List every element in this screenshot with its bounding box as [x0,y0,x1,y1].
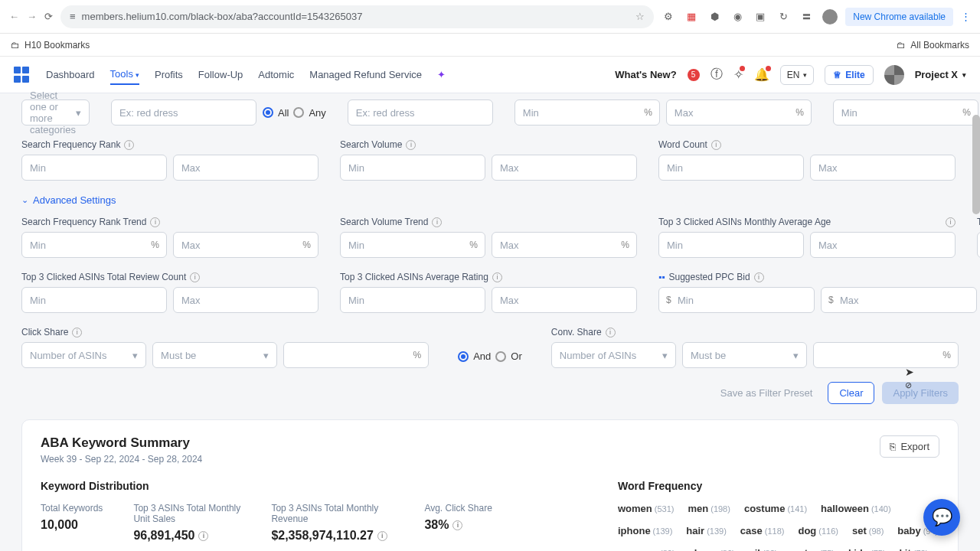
nav-profits[interactable]: Profits [155,65,183,84]
bookmark-folder[interactable]: 🗀 H10 Bookmarks [11,40,90,51]
t3ar-max[interactable] [492,287,637,313]
word-freq-item[interactable]: shoes(86) [689,547,735,551]
word-freq-item[interactable]: men(198) [688,503,730,514]
scrollbar[interactable] [972,115,980,214]
chrome-update[interactable]: New Chrome available [845,8,953,26]
wc-max[interactable] [810,155,956,181]
phrase-input[interactable] [111,99,256,126]
ext-icon[interactable]: ▦ [684,10,698,24]
t3age-min[interactable] [658,232,804,258]
chat-fab[interactable]: 💬 [923,499,960,536]
nav-refund[interactable]: Managed Refund Service [309,65,422,84]
save-preset-link[interactable]: Save as Filter Preset [713,382,821,404]
min-input[interactable] [833,99,978,126]
info-icon[interactable]: i [432,217,442,227]
avatar[interactable] [884,65,904,85]
ext-icon[interactable]: ▣ [753,10,767,24]
sfr-min[interactable] [21,155,167,181]
bookmark-star-icon[interactable]: ☆ [635,11,645,22]
info-icon[interactable]: i [124,140,134,150]
whats-new[interactable]: What's New? [615,69,676,80]
info-icon[interactable]: i [190,272,200,282]
advanced-settings-toggle[interactable]: ⌄Advanced Settings [21,194,959,206]
radio-or[interactable] [495,351,506,362]
min-input[interactable] [514,99,660,126]
word-freq-item[interactable]: kids(75) [848,547,886,551]
nav-tools[interactable]: Tools▾ [110,64,139,85]
project-select[interactable]: Project X▾ [915,69,966,80]
word-freq-item[interactable]: dog(116) [798,525,838,536]
elite-badge[interactable]: ♕Elite [825,65,873,85]
svt-min[interactable] [340,232,485,258]
word-freq-item[interactable]: costume(141) [744,503,807,514]
cs-asins-select[interactable]: Number of ASINs▾ [21,342,146,368]
info-icon[interactable]: i [606,328,616,337]
help-icon[interactable]: ⓕ [710,67,723,83]
ppc-max[interactable] [821,287,977,313]
radio-and[interactable] [458,351,469,362]
info-icon[interactable]: i [377,531,387,541]
category-select[interactable]: Select one or more categories▾ [21,99,90,126]
conv-asins-select[interactable]: Number of ASINs▾ [551,342,676,368]
ext-icon[interactable]: ⚙ [662,10,675,24]
ppc-min[interactable] [658,287,815,313]
ext-icon[interactable]: ↻ [776,10,790,24]
back-icon[interactable]: ← [9,11,19,22]
forward-icon[interactable]: → [27,11,37,22]
info-icon[interactable]: i [754,272,764,282]
conv-mustbe-select[interactable]: Must be▾ [682,342,807,368]
nav-dashboard[interactable]: Dashboard [46,65,95,84]
nav-adtomic[interactable]: Adtomic [258,65,294,84]
cs-value[interactable] [283,342,429,368]
info-icon[interactable]: i [72,328,82,337]
export-button[interactable]: ⎘Export [880,435,939,458]
info-icon[interactable]: i [406,140,416,150]
t3rc-min[interactable] [21,287,167,313]
info-icon[interactable]: i [946,217,956,227]
url-bar[interactable]: ≡ members.helium10.com/black-box/aba?acc… [60,5,654,28]
menu-icon[interactable]: ⋮ [961,11,971,22]
reload-icon[interactable]: ⟳ [44,11,53,22]
word-freq-item[interactable]: oil(82) [749,547,778,551]
info-icon[interactable]: i [452,520,462,530]
bell-icon[interactable]: 🔔 [754,67,769,82]
all-bookmarks[interactable]: 🗀 All Bookmarks [897,40,969,51]
cs-mustbe-select[interactable]: Must be▾ [152,342,277,368]
profile-icon[interactable] [822,9,838,24]
info-icon[interactable]: i [150,217,160,227]
word-freq-item[interactable]: women(531) [618,503,674,514]
app-logo[interactable] [14,67,31,83]
radio-any[interactable] [293,107,304,118]
word-freq-item[interactable]: halloween(140) [821,503,891,514]
phrase-input-2[interactable] [348,99,493,126]
t3age-max[interactable] [810,232,956,258]
apply-filters-button[interactable]: Apply Filters [882,382,959,404]
wc-min[interactable] [658,155,804,181]
radio-all[interactable] [263,107,273,118]
sfrt-min[interactable] [21,232,167,258]
word-freq-item[interactable]: womens(89) [618,547,675,551]
ext-icon[interactable]: ◉ [730,10,744,24]
sfr-max[interactable] [173,155,318,181]
word-freq-item[interactable]: water(75) [791,547,835,551]
ext-icon[interactable]: 〓 [799,10,813,24]
info-icon[interactable]: i [711,140,721,150]
sv-min[interactable] [340,155,485,181]
t3sales-min[interactable] [977,232,980,258]
word-freq-item[interactable]: iphone(139) [618,525,672,536]
nav-followup[interactable]: Follow-Up [198,65,243,84]
word-freq-item[interactable]: kit(72) [900,547,929,551]
conv-value[interactable] [813,342,959,368]
sv-max[interactable] [492,155,637,181]
ext-icon[interactable]: ⬢ [707,10,721,24]
word-freq-item[interactable]: set(98) [852,525,884,536]
info-icon[interactable]: i [492,272,502,282]
t3rc-max[interactable] [173,287,318,313]
ai-icon[interactable]: ✧ [733,67,743,82]
sfrt-max[interactable] [173,232,318,258]
svt-max[interactable] [492,232,637,258]
word-freq-item[interactable]: case(118) [740,525,785,536]
max-input[interactable] [666,99,812,126]
info-icon[interactable]: i [198,531,208,541]
language-select[interactable]: EN▾ [780,65,815,85]
